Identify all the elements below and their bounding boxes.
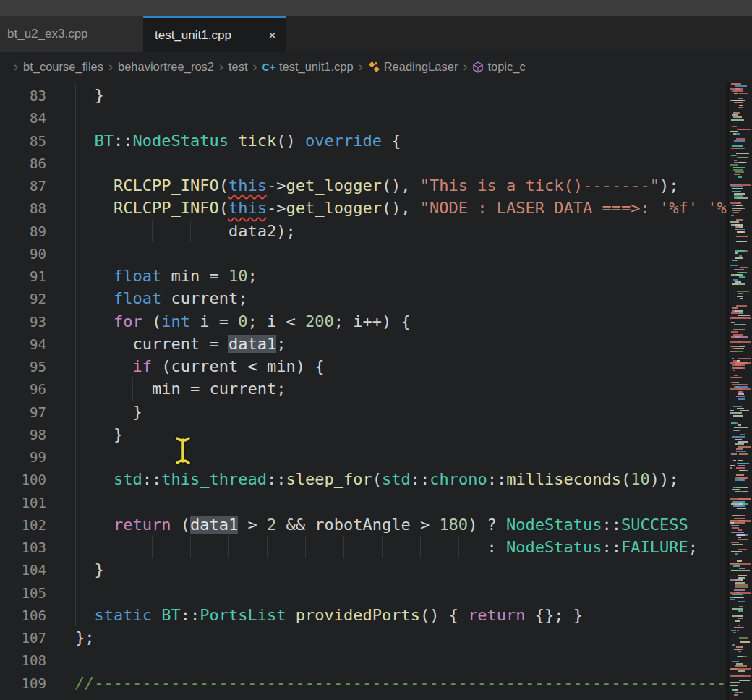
code-line[interactable]: 83 } xyxy=(0,84,729,106)
code-line[interactable]: 101 xyxy=(0,491,729,513)
line-number[interactable]: 89 xyxy=(0,221,46,243)
minimap-line xyxy=(738,424,741,426)
line-number[interactable]: 106 xyxy=(0,605,46,627)
code-line[interactable]: 100 std::this_thread::sleep_for(std::chr… xyxy=(0,468,729,490)
code-text: }; xyxy=(75,628,95,646)
line-number[interactable]: 109 xyxy=(0,673,46,695)
minimap-line xyxy=(732,661,738,662)
code-line[interactable]: 103 : NodeStatus::FAILURE; xyxy=(0,536,729,558)
code-line[interactable]: 94 current = data1; xyxy=(0,333,729,355)
chevron-right-icon: › xyxy=(463,59,467,74)
line-number[interactable]: 108 xyxy=(0,649,46,672)
minimap-line xyxy=(730,467,732,469)
line-number[interactable]: 95 xyxy=(0,356,46,378)
code-line[interactable]: 88 RCLCPP_INFO(this->get_logger(), "NODE… xyxy=(0,197,729,219)
code-line[interactable]: 98 } xyxy=(0,423,729,445)
close-icon[interactable]: × xyxy=(267,28,278,42)
indent-guide xyxy=(190,536,191,558)
line-number[interactable]: 102 xyxy=(0,514,46,537)
indent-guide xyxy=(75,377,76,400)
minimap-line xyxy=(732,307,736,309)
code-line[interactable]: 105 xyxy=(0,581,729,604)
minimap-line xyxy=(736,236,748,237)
code-line[interactable]: 99 xyxy=(0,445,729,468)
minimap-line xyxy=(734,329,745,330)
minimap-line xyxy=(736,205,744,206)
code-line[interactable]: 96 min = current; xyxy=(0,377,729,400)
line-number[interactable]: 94 xyxy=(0,333,46,356)
line-number[interactable]: 85 xyxy=(0,130,46,153)
line-number[interactable]: 103 xyxy=(0,537,46,559)
minimap-line xyxy=(732,608,743,610)
line-number[interactable]: 104 xyxy=(0,559,46,581)
minimap-line xyxy=(733,487,745,488)
minimap-line xyxy=(734,102,743,103)
line-number[interactable]: 86 xyxy=(0,153,46,175)
line-number[interactable]: 84 xyxy=(0,107,46,129)
indent-guide xyxy=(75,265,76,287)
indent-guide xyxy=(75,445,76,468)
tab-test-unit1[interactable]: test_unit1.cpp × xyxy=(143,16,286,52)
line-number[interactable]: 101 xyxy=(0,492,46,514)
line-number[interactable]: 88 xyxy=(0,197,46,220)
line-number[interactable]: 96 xyxy=(0,378,46,401)
line-number[interactable]: 99 xyxy=(0,446,46,469)
code-line[interactable]: 109//-----------------------------------… xyxy=(0,672,729,694)
code-line[interactable]: 104 } xyxy=(0,558,729,581)
indent-guide xyxy=(152,536,153,558)
line-number[interactable]: 87 xyxy=(0,175,46,197)
code-line[interactable]: 84 xyxy=(0,106,729,129)
minimap-line xyxy=(734,174,740,175)
line-number[interactable]: 91 xyxy=(0,265,46,288)
code-line[interactable]: 95 if (current < min) { xyxy=(0,355,729,377)
line-number[interactable]: 97 xyxy=(0,401,46,424)
minimap-line xyxy=(736,241,742,242)
code-line[interactable]: 90 xyxy=(0,242,729,265)
breadcrumb-item-topic-c[interactable]: topic_c xyxy=(472,60,525,74)
minimap-line xyxy=(734,518,745,519)
minimap-line xyxy=(735,252,738,254)
minimap-line xyxy=(736,153,748,154)
breadcrumb-item-readinglaser[interactable]: ReadingLaser xyxy=(368,60,458,74)
code-line[interactable]: 102 return (data1 > 2 && robotAngle > 18… xyxy=(0,513,729,536)
code-line[interactable]: 107}; xyxy=(0,626,729,649)
tab-label: bt_u2_ex3.cpp xyxy=(7,27,88,41)
breadcrumb-item-test[interactable]: test xyxy=(228,60,248,74)
indent-guide xyxy=(114,401,114,423)
code-line[interactable]: 108 xyxy=(0,649,729,671)
line-number[interactable]: 90 xyxy=(0,243,46,265)
minimap-line xyxy=(733,415,743,417)
breadcrumb-item-bt-course-files[interactable]: bt_course_files xyxy=(23,60,103,74)
code-line[interactable]: 93 for (int i = 0; i < 200; i++) { xyxy=(0,310,729,333)
minimap-line xyxy=(738,393,743,395)
line-number[interactable]: 92 xyxy=(0,288,46,310)
line-number[interactable]: 93 xyxy=(0,311,46,333)
line-number[interactable]: 100 xyxy=(0,469,46,491)
code-line[interactable]: 92 float current; xyxy=(0,287,729,310)
tab-bt-u2-ex3[interactable]: bt_u2_ex3.cpp xyxy=(0,16,143,52)
code-line[interactable]: 106 static BT::PortsList providedPorts()… xyxy=(0,604,729,626)
minimap-line xyxy=(735,586,748,588)
minimap-line xyxy=(733,501,745,503)
minimap-line xyxy=(739,391,743,393)
line-number[interactable]: 105 xyxy=(0,582,46,605)
code-line[interactable]: 89 data2); xyxy=(0,220,729,242)
indent-guide xyxy=(75,536,76,558)
code-line[interactable]: 91 float min = 10; xyxy=(0,265,729,287)
code-text: for (int i = 0; i < 200; i++) { xyxy=(75,312,411,330)
breadcrumb-item-behaviortree-ros2[interactable]: behaviortree_ros2 xyxy=(118,60,214,74)
line-number[interactable]: 98 xyxy=(0,424,46,446)
indent-guide xyxy=(152,220,153,242)
minimap-line xyxy=(731,83,741,85)
code-line[interactable]: 87 RCLCPP_INFO(this->get_logger(), "This… xyxy=(0,174,729,197)
code-line[interactable]: 85 BT::NodeStatus tick() override { xyxy=(0,129,729,152)
code-line[interactable]: 86 xyxy=(0,152,729,174)
code-area[interactable]: 83 }8485 BT::NodeStatus tick() override … xyxy=(0,82,729,700)
line-number[interactable]: 83 xyxy=(0,85,46,107)
minimap[interactable] xyxy=(729,82,752,700)
code-line[interactable]: 97 } xyxy=(0,401,729,423)
breadcrumb-item-test-unit1-cpp[interactable]: C+test_unit1.cpp xyxy=(262,60,354,74)
indent-guide xyxy=(75,491,76,513)
line-number[interactable]: 107 xyxy=(0,627,46,649)
minimap-line xyxy=(734,193,745,195)
